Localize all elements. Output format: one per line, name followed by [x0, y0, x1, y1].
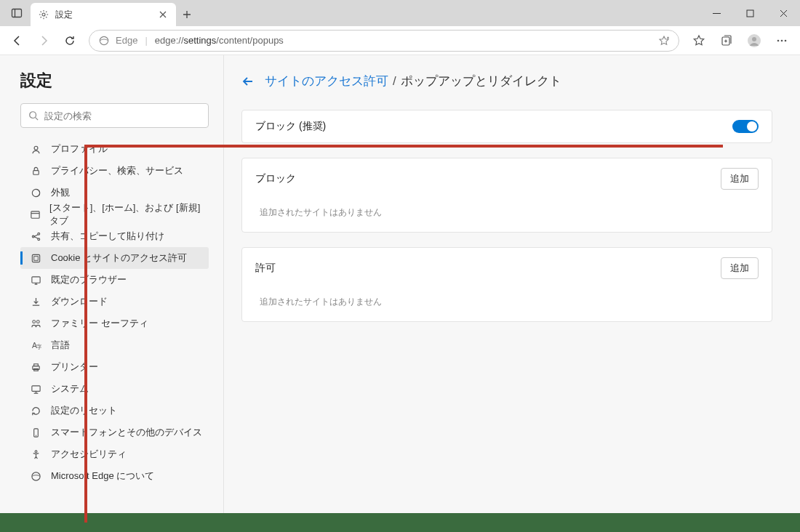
sidebar-item-label: アクセシビリティ [51, 448, 127, 461]
browser-tab[interactable]: 設定 [31, 3, 176, 26]
sidebar-item-start[interactable]: [スタート]、[ホーム]、および [新規] タブ [20, 203, 209, 225]
sidebar-item-label: スマートフォンとその他のデバイス [51, 426, 202, 439]
accessibility-icon [29, 448, 42, 461]
window-controls [700, 0, 800, 26]
main-panel: サイトのアクセス許可 / ポップアップとリダイレクト ブロック (推奨) ブロッ… [224, 55, 800, 513]
svg-rect-22 [33, 256, 38, 260]
svg-point-35 [31, 472, 39, 480]
block-section-label: ブロック [255, 172, 296, 185]
back-button[interactable] [6, 29, 29, 52]
sidebar-item-downloads[interactable]: ダウンロード [20, 291, 209, 313]
more-icon[interactable] [769, 29, 794, 52]
sidebar-item-label: ダウンロード [51, 295, 108, 308]
block-toggle[interactable] [732, 120, 759, 133]
svg-point-34 [35, 450, 37, 452]
search-input[interactable] [44, 110, 201, 121]
maximize-button[interactable] [733, 0, 767, 26]
sidebar-item-label: プリンター [51, 360, 98, 374]
content-area: 設定 プロファイル プライバシー、検索、サービス 外観 [スタート]、[ホーム]… [0, 55, 800, 513]
breadcrumb-link[interactable]: サイトのアクセス許可 [265, 73, 388, 89]
block-add-button[interactable]: 追加 [721, 168, 759, 190]
sidebar-item-label: システム [51, 382, 89, 395]
sidebar-item-profile[interactable]: プロファイル [20, 138, 209, 160]
svg-rect-17 [31, 211, 39, 217]
svg-rect-15 [33, 170, 39, 174]
title-bar: 設定 [0, 0, 800, 26]
forward-button[interactable] [32, 29, 55, 52]
svg-point-24 [32, 320, 35, 323]
sidebar-item-system[interactable]: システム [20, 378, 209, 400]
sidebar-item-printers[interactable]: プリンター [20, 356, 209, 378]
svg-rect-0 [12, 9, 22, 17]
sidebar-item-label: 外観 [51, 186, 70, 199]
browser-toolbar: Edge | edge://settings/content/popups [0, 26, 800, 55]
sidebar-item-languages[interactable]: A字言語 [20, 334, 209, 356]
allow-add-button[interactable]: 追加 [721, 257, 759, 279]
sidebar-item-label: Cookie とサイトのアクセス許可 [51, 251, 187, 265]
edge-about-icon [29, 469, 42, 483]
breadcrumb: サイトのアクセス許可 / ポップアップとリダイレクト [241, 73, 772, 89]
system-icon [29, 382, 42, 395]
svg-point-11 [781, 39, 783, 41]
settings-sidebar: 設定 プロファイル プライバシー、検索、サービス 外観 [スタート]、[ホーム]… [0, 55, 224, 513]
breadcrumb-back-icon[interactable] [241, 75, 255, 88]
profile-icon[interactable] [742, 29, 767, 52]
tab-actions-icon[interactable] [6, 2, 28, 24]
sidebar-item-reset[interactable]: 設定のリセット [20, 400, 209, 422]
new-tab-button[interactable] [176, 10, 198, 19]
lock-icon [29, 164, 42, 177]
edge-logo-icon [98, 35, 110, 47]
family-icon [29, 317, 42, 330]
svg-rect-23 [31, 276, 39, 282]
sidebar-item-about[interactable]: Microsoft Edge について [20, 465, 209, 487]
close-window-button[interactable] [767, 0, 800, 26]
sidebar-item-family[interactable]: ファミリー セーフティ [20, 313, 209, 334]
svg-rect-31 [31, 385, 39, 391]
svg-point-18 [37, 233, 39, 235]
collections-icon[interactable] [714, 29, 739, 52]
svg-point-20 [37, 238, 39, 240]
refresh-button[interactable] [58, 29, 81, 52]
sidebar-item-label: プライバシー、検索、サービス [51, 164, 183, 177]
svg-point-10 [777, 39, 780, 41]
gear-icon [38, 9, 49, 20]
allow-empty-text: 追加されたサイトはありません [242, 289, 772, 321]
share-icon [29, 230, 42, 243]
favorites-icon[interactable] [687, 29, 711, 52]
sidebar-item-default-browser[interactable]: 既定のブラウザー [20, 269, 209, 291]
sidebar-item-appearance[interactable]: 外観 [20, 182, 209, 203]
minimize-button[interactable] [700, 0, 733, 26]
sidebar-item-accessibility[interactable]: アクセシビリティ [20, 443, 209, 465]
sidebar-item-label: 共有、コピーして貼り付け [51, 230, 164, 243]
tab-icon [29, 208, 41, 221]
sidebar-item-share[interactable]: 共有、コピーして貼り付け [20, 225, 209, 247]
search-icon [28, 110, 39, 121]
sidebar-item-privacy[interactable]: プライバシー、検索、サービス [20, 160, 209, 182]
settings-title: 設定 [20, 70, 209, 92]
svg-point-9 [752, 37, 756, 41]
download-icon [29, 295, 42, 308]
annotation-line-vertical [84, 145, 87, 523]
url-text: edge://settings/content/popups [155, 35, 284, 46]
block-recommended-label: ブロック (推奨) [255, 120, 326, 133]
allow-list-card: 許可 追加 追加されたサイトはありません [241, 247, 772, 322]
annotation-line-horizontal [84, 145, 723, 148]
sidebar-item-cookies[interactable]: Cookie とサイトのアクセス許可 [20, 247, 209, 269]
sidebar-item-label: 言語 [51, 339, 70, 352]
browser-icon [29, 273, 42, 286]
titlebar-drag-area [198, 0, 700, 26]
favorite-star-icon[interactable] [658, 35, 670, 47]
settings-nav: プロファイル プライバシー、検索、サービス 外観 [スタート]、[ホーム]、およ… [20, 138, 209, 487]
address-bar[interactable]: Edge | edge://settings/content/popups [89, 30, 679, 52]
url-separator: | [145, 35, 147, 46]
svg-rect-29 [33, 363, 38, 366]
sidebar-item-label: Microsoft Edge について [51, 469, 154, 483]
settings-search[interactable] [20, 103, 209, 128]
block-empty-text: 追加されたサイトはありません [242, 199, 772, 232]
sidebar-item-phone[interactable]: スマートフォンとその他のデバイス [20, 422, 209, 443]
sidebar-item-label: [スタート]、[ホーム]、および [新規] タブ [49, 201, 203, 227]
allow-section-label: 許可 [255, 262, 276, 275]
sidebar-item-label: ファミリー セーフティ [51, 317, 148, 330]
svg-point-33 [35, 435, 36, 435]
close-icon[interactable] [157, 9, 169, 20]
